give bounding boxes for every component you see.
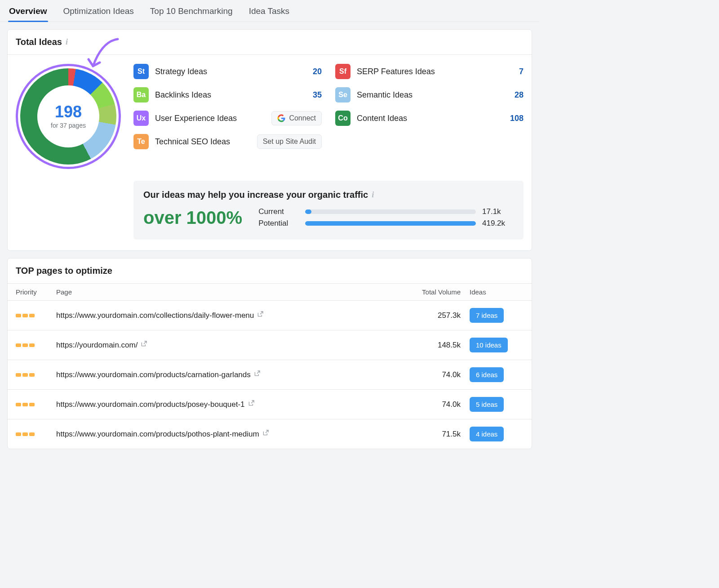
page-url[interactable]: https://www.yourdomain.com/products/pose… (56, 400, 245, 409)
current-label: Current (258, 207, 299, 216)
top-pages-card: TOP pages to optimize Priority Page Tota… (7, 258, 532, 449)
external-link-icon[interactable] (262, 429, 269, 437)
idea-label: Backlinks Ideas (155, 90, 294, 100)
priority-indicator (16, 343, 56, 347)
potential-value: 419.2k (482, 219, 514, 228)
priority-indicator (16, 403, 56, 406)
idea-item[interactable]: SfSERP Features Ideas7 (335, 64, 524, 79)
idea-label: User Experience Ideas (155, 114, 265, 123)
connect-label: Connect (289, 114, 316, 122)
total-ideas-title: Total Ideas (16, 37, 62, 47)
ideas-button[interactable]: 5 ideas (470, 397, 504, 412)
idea-count: 108 (502, 114, 524, 123)
priority-indicator (16, 314, 56, 317)
current-value: 17.1k (482, 207, 514, 216)
ideas-button[interactable]: 7 ideas (470, 308, 504, 323)
ideas-donut-chart: 198 for 37 pages (16, 64, 121, 169)
info-icon[interactable]: i (66, 37, 68, 47)
tab-overview[interactable]: Overview (8, 4, 48, 22)
table-row: https://www.yourdomain.com/products/pose… (8, 390, 532, 419)
idea-item[interactable]: StStrategy Ideas20 (133, 64, 322, 79)
external-link-icon[interactable] (253, 370, 261, 377)
page-url[interactable]: https://yourdomain.com/ (56, 341, 138, 349)
idea-badge: Te (133, 134, 149, 149)
total-ideas-count: 198 (55, 104, 82, 120)
external-link-icon[interactable] (248, 400, 255, 407)
banner-percent: over 1000% (143, 208, 242, 228)
potential-bar (305, 221, 476, 226)
external-link-icon[interactable] (140, 340, 147, 347)
current-bar (305, 209, 476, 214)
page-url[interactable]: https://www.yourdomain.com/products/carn… (56, 370, 251, 379)
priority-indicator (16, 432, 56, 436)
idea-label: Content Ideas (357, 114, 496, 123)
idea-label: Semantic Ideas (357, 90, 496, 100)
header-priority: Priority (16, 288, 56, 296)
total-volume: 71.5k (398, 430, 461, 439)
external-link-icon[interactable] (257, 311, 264, 318)
potential-label: Potential (258, 219, 299, 228)
tab-idea-tasks[interactable]: Idea Tasks (248, 4, 290, 22)
table-header: Priority Page Total Volume Ideas (8, 283, 532, 301)
idea-count: 28 (502, 90, 524, 100)
header-ideas: Ideas (461, 288, 524, 296)
idea-item[interactable]: SeSemantic Ideas28 (335, 87, 524, 102)
total-volume: 148.5k (398, 341, 461, 350)
idea-item[interactable]: BaBacklinks Ideas35 (133, 87, 322, 102)
idea-badge: Se (335, 87, 351, 102)
ideas-button[interactable]: 4 ideas (470, 427, 504, 441)
ideas-button[interactable]: 6 ideas (470, 367, 504, 382)
idea-count: 35 (300, 90, 322, 100)
table-row: https://www.yourdomain.com/collections/d… (8, 301, 532, 330)
idea-count: 7 (502, 67, 524, 76)
total-ideas-card: Total Ideas i 198 for 37 pages StStrateg… (7, 29, 532, 251)
page-url[interactable]: https://www.yourdomain.com/collections/d… (56, 311, 254, 320)
tab-top10-benchmarking[interactable]: Top 10 Benchmarking (149, 4, 234, 22)
idea-badge: St (133, 64, 149, 79)
idea-label: Strategy Ideas (155, 67, 294, 76)
idea-label: SERP Features Ideas (357, 67, 496, 76)
priority-indicator (16, 373, 56, 377)
idea-label: Technical SEO Ideas (155, 137, 251, 147)
total-volume: 257.3k (398, 311, 461, 320)
top-pages-title: TOP pages to optimize (8, 258, 532, 283)
traffic-banner: Our ideas may help you increase your org… (133, 181, 524, 240)
table-row: https://yourdomain.com/148.5k10 ideas (8, 330, 532, 360)
idea-item[interactable]: CoContent Ideas108 (335, 111, 524, 126)
total-volume: 74.0k (398, 370, 461, 379)
idea-badge: Co (335, 111, 351, 126)
table-row: https://www.yourdomain.com/products/carn… (8, 360, 532, 390)
header-page: Page (56, 288, 398, 296)
idea-item[interactable]: TeTechnical SEO IdeasSet up Site Audit (133, 134, 322, 149)
total-ideas-subtitle: for 37 pages (51, 122, 86, 129)
table-row: https://www.yourdomain.com/products/poth… (8, 419, 532, 449)
banner-heading: Our ideas may help you increase your org… (143, 190, 368, 200)
connect-button[interactable]: Connect (271, 111, 322, 125)
site-audit-button[interactable]: Set up Site Audit (257, 134, 322, 149)
total-volume: 74.0k (398, 400, 461, 409)
tabs: Overview Optimization Ideas Top 10 Bench… (0, 0, 539, 22)
idea-badge: Ux (133, 111, 149, 126)
idea-badge: Ba (133, 87, 149, 102)
header-volume: Total Volume (398, 288, 461, 296)
idea-item[interactable]: UxUser Experience IdeasConnect (133, 111, 322, 126)
page-url[interactable]: https://www.yourdomain.com/products/poth… (56, 430, 259, 438)
idea-badge: Sf (335, 64, 351, 79)
idea-count: 20 (300, 67, 322, 76)
ideas-button[interactable]: 10 ideas (470, 338, 508, 352)
info-icon[interactable]: i (372, 190, 374, 200)
tab-optimization-ideas[interactable]: Optimization Ideas (62, 4, 135, 22)
